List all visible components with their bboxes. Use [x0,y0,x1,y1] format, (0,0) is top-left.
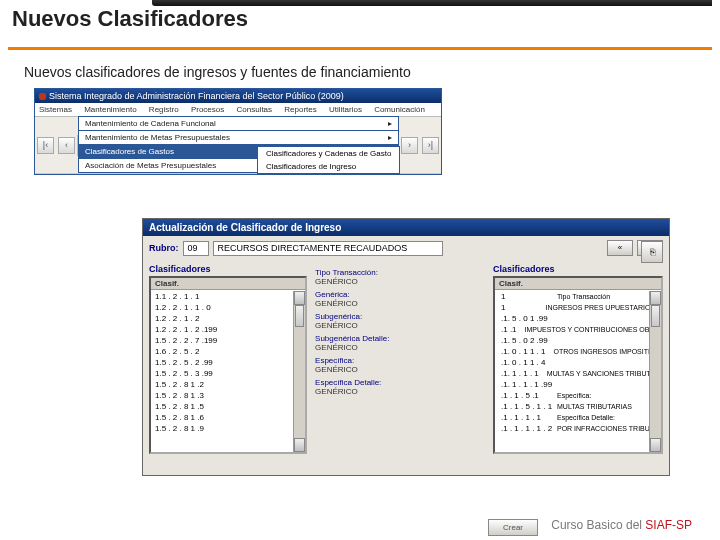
app-icon [39,93,46,100]
crear-button[interactable]: Crear [488,519,538,536]
value-subd: GENÉRICO [315,343,485,352]
value-tipo: GENÉRICO [315,277,485,286]
value-esp: GENÉRICO [315,365,485,374]
left-list[interactable]: Clasif. 1.1 . 2 . 1 . 11.2 . 2 . 1 . 1 .… [149,276,307,454]
list-item[interactable]: 1.5 . 2 . 2 . 7 .199 [153,335,303,346]
label-subd: Subgenérica Detalle: [315,334,485,343]
list-item[interactable]: 1.5 . 2 . 8 1 .2 [153,379,303,390]
list-item[interactable]: 1.5 . 2 . 8 1 .6 [153,412,303,423]
slide-subtitle: Nuevos clasificadores de ingresos y fuen… [24,64,720,80]
list-item[interactable]: 1.5 . 2 . 5 . 2 .99 [153,357,303,368]
list-item[interactable]: 1.2 . 2 . 1 . 2 [153,313,303,324]
slide-title: Nuevos Clasificadores [8,6,712,32]
list-item[interactable]: .1 . 1 . 5 .1Específica: [497,390,659,401]
menu-reportes[interactable]: Reportes [284,105,316,114]
value-espd: GENÉRICO [315,387,485,396]
rubro-code[interactable]: 09 [183,241,209,256]
rubro-desc: RECURSOS DIRECTAMENTE RECAUDADOS [213,241,443,256]
list-item[interactable]: .1 . 1 . 1 . 1 . 2POR INFRACCIONES TRIBU… [497,423,659,434]
exit-button[interactable]: ⎘ [641,241,663,263]
list-item[interactable]: 1.6 . 2 . 5 . 2 [153,346,303,357]
submenu-item-2[interactable]: Clasificadores de Ingreso [258,160,399,173]
list-item[interactable]: .1. 5 . 0 2 .99 [497,335,659,346]
submenu-item-1[interactable]: Clasificadores y Cadenas de Gasto [258,147,399,160]
list-item[interactable]: .1. 5 . 0 1 .99 [497,313,659,324]
right-panel-title: Clasificadores [493,264,663,274]
scroll-thumb[interactable] [295,305,304,327]
list-item[interactable]: .1. 0 . 1 1 . 1OTROS INGRESOS IMPOSITIVO… [497,346,659,357]
left-panel-title: Clasificadores [149,264,307,274]
list-item[interactable]: 1.1 . 2 . 1 . 1 [153,291,303,302]
scroll-thumb[interactable] [651,305,660,327]
scrollbar[interactable] [649,291,661,452]
menu-comunicacion[interactable]: Comunicación [374,105,425,114]
label-gen: Genérica: [315,290,485,299]
list-item[interactable]: .1 .1IMPUESTOS Y CONTRIBUCIONES OBLIGATO… [497,324,659,335]
tool-next-icon[interactable]: › [401,137,418,154]
list-item[interactable]: .1 . 1 . 5 . 1 . 1MULTAS TRIBUTARIAS [497,401,659,412]
scrollbar[interactable] [293,291,305,452]
list-item[interactable]: .1. 0 . 1 1 . 4 [497,357,659,368]
label-espd: Específica Detalle: [315,378,485,387]
menu-sistemas[interactable]: Sistemas [39,105,72,114]
value-gen: GENÉRICO [315,299,485,308]
menu-consultas[interactable]: Consultas [236,105,272,114]
submenu: Clasificadores y Cadenas de Gasto Clasif… [257,146,400,174]
list-item[interactable]: 1Tipo Transacción [497,291,659,302]
list-item[interactable]: 1.5 . 2 . 8 1 .5 [153,401,303,412]
app-titlebar: Sistema Integrado de Administración Fina… [35,89,441,103]
list-item[interactable]: 1INGRESOS PRES UPUESTARIOS [497,302,659,313]
menu-registro[interactable]: Registro [149,105,179,114]
label-sub: Subgenérica: [315,312,485,321]
menu-procesos[interactable]: Procesos [191,105,224,114]
value-sub: GENÉRICO [315,321,485,330]
tool-first-icon[interactable]: |‹ [37,137,54,154]
left-col-head: Clasif. [151,278,305,290]
left-panel: Clasificadores Clasif. 1.1 . 2 . 1 . 11.… [149,264,307,454]
list-item[interactable]: 1.2 . 2 . 1 . 2 .199 [153,324,303,335]
right-panel: Clasificadores Clasif. 1Tipo Transacción… [493,264,663,454]
list-item[interactable]: 1.2 . 2 . 1 . 1 . 0 [153,302,303,313]
label-tipo: Tipo Transacción: [315,268,485,277]
list-item[interactable]: .1 . 1 . 1 . 1Específica Detalle: [497,412,659,423]
app-menubar[interactable]: Sistemas Mantenimiento Registro Procesos… [35,103,441,117]
list-item[interactable]: 1.5 . 2 . 5 . 3 .99 [153,368,303,379]
dialog-clasificador: Actualización de Clasificador de Ingreso… [142,218,670,476]
rubro-label: Rubro: [149,243,179,253]
list-item[interactable]: .1. 1 . 1 . 1MULTAS Y SANCIONES TRIBUTAR… [497,368,659,379]
dropdown-item-2[interactable]: Mantenimiento de Metas Presupuestales▸ [78,130,399,145]
dialog-title: Actualización de Clasificador de Ingreso [143,219,669,236]
right-col-head: Clasif. [495,278,661,290]
nav-prev-button[interactable]: « [607,240,633,256]
menu-mantenimiento[interactable]: Mantenimiento [84,105,136,114]
dropdown-item-1[interactable]: Mantenimiento de Cadena Funcional▸ [78,116,399,131]
footer: Curso Basico del SIAF-SP [551,518,692,532]
middle-column: Tipo Transacción: GENÉRICO Genérica: GEN… [307,264,493,454]
menu-utilitarios[interactable]: Utilitarios [329,105,362,114]
tool-last-icon[interactable]: ›| [422,137,439,154]
tool-prev-icon[interactable]: ‹ [58,137,75,154]
right-list[interactable]: Clasif. 1Tipo Transacción1INGRESOS PRES … [493,276,663,454]
list-item[interactable]: .1. 1 . 1 . 1 .99 [497,379,659,390]
list-item[interactable]: 1.5 . 2 . 8 1 .9 [153,423,303,434]
label-esp: Específica: [315,356,485,365]
list-item[interactable]: 1.5 . 2 . 8 1 .3 [153,390,303,401]
